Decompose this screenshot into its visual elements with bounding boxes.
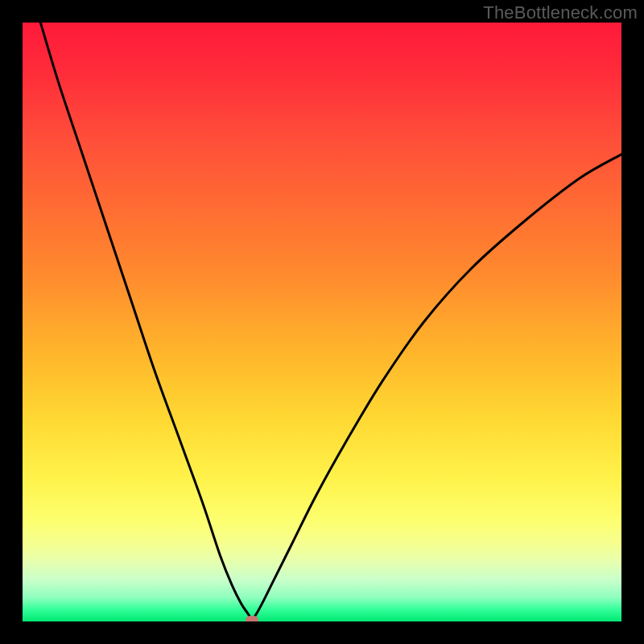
optimal-marker: [246, 616, 258, 622]
bottleneck-curve: [23, 23, 621, 621]
plot-area: [23, 23, 621, 621]
chart-frame: TheBottleneck.com: [0, 0, 644, 644]
watermark-text: TheBottleneck.com: [483, 2, 638, 23]
